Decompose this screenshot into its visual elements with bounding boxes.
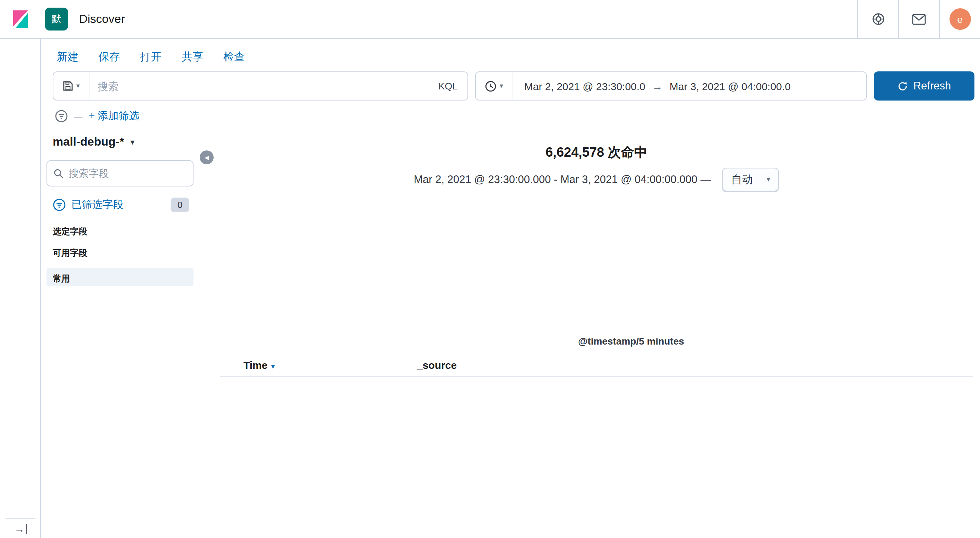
menu-item-share[interactable]: 共享 [182,50,203,65]
hits-label: 次命中 [608,145,648,159]
chevron-down-icon: ▾ [76,83,80,89]
nav-collapse-icon: → [14,524,27,534]
kibana-logo[interactable] [0,10,41,29]
kibana-discover-app: 默 Discover e → [0,0,980,538]
time-range-arrow-icon: → [652,80,663,92]
menu-item-save[interactable]: 保存 [99,50,120,65]
filter-icon[interactable] [55,110,68,123]
saved-query-button[interactable]: ▾ [53,72,89,100]
chart-time-range-label: Mar 2, 2021 @ 23:30:00.000 - Mar 3, 2021… [414,173,711,186]
search-input[interactable] [89,80,429,92]
results-panel: 6,624,578 次命中 Mar 2, 2021 @ 23:30:00.000… [220,132,980,538]
menu-item-new[interactable]: 新建 [57,50,78,65]
doc-table-header: Time▾ _source [220,359,973,377]
time-header-label: Time [243,359,268,371]
kibana-logo-icon [11,10,30,29]
chevron-down-icon: ▾ [130,138,135,146]
help-button[interactable] [857,0,898,38]
page-title: Discover [79,12,125,26]
refresh-icon [897,81,908,91]
interval-value: 自动 [731,172,753,187]
chevron-down-icon: ▾ [767,176,770,183]
filtered-fields-count-badge: 0 [170,198,189,212]
time-quick-menu-button[interactable]: ▾ [476,72,513,100]
index-pattern-name: mall-debug-* [53,135,124,149]
sort-desc-icon[interactable]: ▾ [271,362,275,370]
field-search-input[interactable] [68,168,186,179]
popular-fields-heading: 常用 [46,273,194,285]
clock-icon [485,80,497,92]
chevron-left-icon: ◀ [205,154,209,160]
refresh-button[interactable]: Refresh [874,71,974,100]
popular-fields-block: 常用 [46,268,194,286]
space-switcher-badge[interactable]: 默 [45,8,68,30]
source-column-header: _source [417,359,973,371]
menu-item-inspect[interactable]: 检查 [223,50,245,65]
nav-rail: → [0,39,41,538]
search-icon [53,168,64,179]
user-menu-button[interactable]: e [939,0,980,38]
filtered-fields-label: 已筛选字段 [72,198,124,211]
help-ring-icon [872,13,885,25]
search-group: ▾ KQL [53,71,468,100]
hits-title: 6,624,578 次命中 [220,143,973,162]
kql-toggle[interactable]: KQL [429,81,468,92]
refresh-label: Refresh [913,80,951,92]
top-header: 默 Discover e [0,0,980,39]
index-pattern-switcher[interactable]: mall-debug-* ▾ [46,132,194,149]
filtered-fields-toggle[interactable]: 已筛选字段 0 [46,198,194,212]
sidebar-gutter: ◀ [194,132,220,538]
newsfeed-button[interactable] [898,0,939,38]
filter-icon [53,198,66,211]
menu-item-open[interactable]: 打开 [140,50,162,65]
user-avatar: e [949,8,970,30]
field-search-box [46,160,194,187]
main-split: mall-debug-* ▾ [41,132,980,538]
chart-subtitle-row: Mar 2, 2021 @ 23:30:00.000 - Mar 3, 2021… [220,168,973,191]
filter-bar: — + 添加筛选 [41,100,980,123]
interval-select[interactable]: 自动 ▾ [722,168,779,191]
histogram-xaxis-label: @timestamp/5 minutes [220,336,973,347]
save-icon [62,81,73,92]
histogram[interactable] [220,197,973,334]
time-range-start[interactable]: Mar 2, 2021 @ 23:30:00.0 [524,80,645,92]
body-row: → 新建 保存 打开 共享 检查 [0,39,980,538]
collapse-sidebar-button[interactable]: ◀ [200,151,214,164]
content-area: 新建 保存 打开 共享 检查 ▾ [41,39,980,538]
add-filter-link[interactable]: + 添加筛选 [89,110,139,123]
chevron-down-icon: ▾ [500,83,503,89]
available-fields-heading: 可用字段 [46,248,194,259]
hits-count: 6,624,578 [546,145,604,159]
time-picker-group: ▾ Mar 2, 2021 @ 23:30:00.0 → Mar 3, 2021… [475,71,867,100]
filter-bar-dash: — [74,111,83,121]
time-column-header[interactable]: Time▾ [243,359,417,371]
expand-column-header [220,359,243,371]
time-range-end[interactable]: Mar 3, 2021 @ 04:00:00.0 [670,80,791,92]
nav-collapse-button[interactable]: → [6,518,35,536]
selected-fields-heading: 选定字段 [46,226,194,238]
fields-sidebar: mall-debug-* ▾ [46,132,194,538]
doc-table: Time▾ _source [220,359,973,377]
query-bar: ▾ KQL ▾ Mar 2, 2021 @ 23:30:00.0 [53,71,974,100]
discover-top-menu: 新建 保存 打开 共享 检查 [41,39,980,65]
envelope-icon [912,14,926,25]
time-range: Mar 2, 2021 @ 23:30:00.0 → Mar 3, 2021 @… [513,80,802,92]
